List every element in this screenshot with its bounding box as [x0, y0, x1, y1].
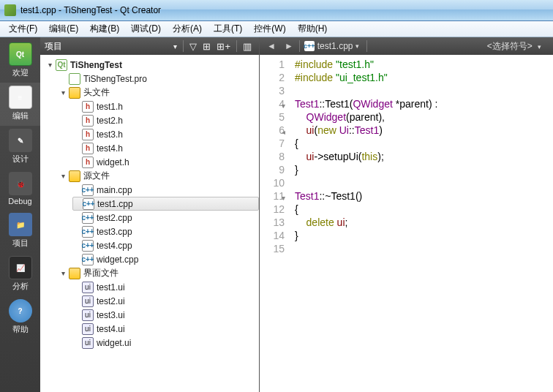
- ui-icon: ui: [82, 295, 94, 307]
- symbol-placeholder: <选择符号>: [487, 41, 533, 51]
- code-line[interactable]: }: [295, 229, 437, 242]
- headers-folder[interactable]: 头文件: [59, 86, 259, 99]
- header-file[interactable]: h test2.h: [72, 113, 259, 127]
- code-line[interactable]: [295, 242, 437, 255]
- mode-analyze[interactable]: 📈分析: [0, 253, 40, 296]
- code-line[interactable]: ui(new Ui::Test1): [295, 124, 437, 137]
- tree-label: test2.ui: [97, 296, 125, 306]
- expand-toggle[interactable]: [59, 269, 67, 277]
- code-line[interactable]: QWidget(parent),: [295, 110, 437, 124]
- mode-label: 项目: [0, 238, 40, 249]
- form-file[interactable]: ui test2.ui: [72, 294, 259, 308]
- expand-toggle[interactable]: [59, 172, 67, 180]
- project-selector-dropdown-icon[interactable]: ▾: [170, 42, 180, 50]
- tree-label: test3.ui: [97, 310, 125, 320]
- menu-item[interactable]: 文件(F): [3, 21, 43, 37]
- expand-toggle[interactable]: [72, 102, 80, 110]
- code-line[interactable]: {: [295, 137, 437, 150]
- project-tree[interactable]: Qt TiShengTest TiShengTest.pro 头文件 h tes…: [40, 55, 259, 392]
- code-line[interactable]: [295, 176, 437, 189]
- menu-item[interactable]: 分析(A): [167, 21, 208, 37]
- add-icon[interactable]: ⊞+: [214, 41, 233, 52]
- expand-toggle[interactable]: [46, 61, 54, 69]
- mode-design[interactable]: ✎设计: [0, 126, 40, 169]
- expand-toggle[interactable]: [72, 311, 80, 319]
- mode-debug[interactable]: 🐞Debug: [0, 169, 40, 210]
- code-line[interactable]: {: [295, 203, 437, 216]
- source-text[interactable]: #include "test1.h"#include "ui_test1.h" …: [290, 55, 437, 392]
- source-file[interactable]: c++ test2.cpp: [72, 211, 259, 225]
- sync-icon[interactable]: ⊞: [200, 41, 214, 52]
- menu-item[interactable]: 工具(T): [208, 21, 248, 37]
- editor-toolbar: ◄ ► c++ test1.cpp ▾ <选择符号> ▾: [260, 37, 553, 55]
- code-line[interactable]: Test1::~Test1(): [295, 189, 437, 203]
- code-line[interactable]: Test1::Test1(QWidget *parent) :: [295, 97, 437, 110]
- menu-item[interactable]: 帮助(H): [292, 21, 334, 37]
- expand-toggle[interactable]: [73, 200, 81, 208]
- expand-toggle[interactable]: [72, 241, 80, 249]
- expand-toggle[interactable]: [72, 158, 80, 166]
- project-node[interactable]: Qt TiShengTest: [46, 58, 259, 72]
- expand-toggle[interactable]: [72, 255, 80, 263]
- source-file[interactable]: c++ widget.cpp: [72, 252, 259, 266]
- code-editor[interactable]: 1234▾56◂7891011▾12131415 #include "test1…: [260, 55, 553, 392]
- split-icon[interactable]: ▥: [240, 41, 255, 52]
- expand-toggle[interactable]: [72, 130, 80, 138]
- filter-icon[interactable]: ▽: [187, 41, 200, 52]
- menu-item[interactable]: 编辑(E): [43, 21, 84, 37]
- tree-label: test4.ui: [97, 324, 125, 334]
- tree-label: test1.ui: [97, 282, 125, 293]
- h-icon: h: [82, 101, 94, 113]
- sources-folder[interactable]: 源文件: [59, 169, 259, 183]
- code-line[interactable]: #include "test1.h": [295, 58, 437, 71]
- symbol-selector[interactable]: <选择符号> ▾: [369, 40, 550, 53]
- expand-toggle[interactable]: [72, 297, 80, 305]
- code-line[interactable]: #include "ui_test1.h": [295, 71, 437, 84]
- code-line[interactable]: ui->setupUi(this);: [295, 150, 437, 163]
- expand-toggle[interactable]: [72, 116, 80, 124]
- mode-welcome[interactable]: Qt欢迎: [0, 39, 40, 83]
- nav-forward-button[interactable]: ►: [280, 41, 298, 51]
- code-line[interactable]: }: [295, 163, 437, 176]
- header-file[interactable]: h test1.h: [72, 99, 259, 113]
- source-file[interactable]: c++ main.cpp: [72, 183, 259, 197]
- expand-toggle[interactable]: [59, 88, 67, 97]
- code-line[interactable]: delete ui;: [295, 216, 437, 229]
- expand-toggle[interactable]: [72, 144, 80, 152]
- forms-folder[interactable]: 界面文件: [59, 266, 259, 280]
- expand-toggle[interactable]: [59, 75, 67, 83]
- expand-toggle[interactable]: [72, 227, 80, 235]
- menu-item[interactable]: 构建(B): [84, 21, 125, 37]
- form-file[interactable]: ui test1.ui: [72, 280, 259, 294]
- form-file[interactable]: ui widget.ui: [72, 336, 259, 350]
- tree-label: TiShengTest.pro: [83, 74, 147, 84]
- open-file-selector[interactable]: c++ test1.cpp ▾: [301, 41, 366, 51]
- mode-label: Debug: [0, 197, 40, 206]
- tree-label: 界面文件: [83, 267, 118, 279]
- expand-toggle[interactable]: [72, 325, 80, 333]
- form-file[interactable]: ui test3.ui: [72, 308, 259, 322]
- line-number: 13: [263, 216, 285, 229]
- tree-label: test3.h: [97, 129, 123, 140]
- expand-toggle[interactable]: [72, 186, 80, 194]
- code-line[interactable]: [295, 84, 437, 97]
- header-file[interactable]: h test3.h: [72, 127, 259, 141]
- mode-projects[interactable]: 📁项目: [0, 210, 40, 253]
- menu-item[interactable]: 调试(D): [125, 21, 167, 37]
- mode-help[interactable]: ?帮助: [0, 296, 40, 339]
- mode-edit[interactable]: ≡编辑: [0, 83, 40, 126]
- source-file[interactable]: c++ test3.cpp: [72, 225, 259, 238]
- line-number: 15: [263, 242, 285, 255]
- line-number: 11▾: [263, 189, 285, 203]
- header-file[interactable]: h widget.h: [72, 155, 259, 169]
- header-file[interactable]: h test4.h: [72, 141, 259, 155]
- source-file[interactable]: c++ test4.cpp: [72, 238, 259, 252]
- source-file[interactable]: c++ test1.cpp: [72, 197, 259, 211]
- expand-toggle[interactable]: [72, 339, 80, 347]
- pro-file[interactable]: TiShengTest.pro: [59, 72, 259, 86]
- menu-item[interactable]: 控件(W): [248, 21, 291, 37]
- expand-toggle[interactable]: [72, 214, 80, 222]
- form-file[interactable]: ui test4.ui: [72, 322, 259, 336]
- expand-toggle[interactable]: [72, 283, 80, 291]
- nav-back-button[interactable]: ◄: [263, 41, 280, 51]
